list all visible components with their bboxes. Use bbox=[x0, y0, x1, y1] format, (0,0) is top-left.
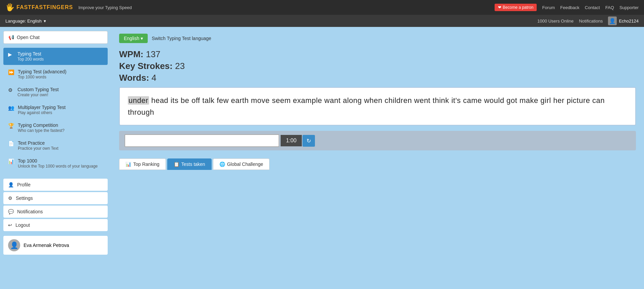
open-chat-button[interactable]: 📢 Open Chat bbox=[3, 31, 108, 44]
chat-btn-label: Open Chat bbox=[17, 35, 40, 40]
keystrokes-value: 23 bbox=[175, 61, 185, 71]
logo-icon: 🖐 bbox=[5, 3, 14, 12]
sidebar-bottom: 👤 Profile ⚙ Settings 💬 Notifications ↩ L… bbox=[3, 179, 108, 232]
sidebar: 📢 Open Chat ▶ Typing Test Top 200 words … bbox=[0, 27, 111, 289]
nav-forum[interactable]: Forum bbox=[542, 5, 555, 10]
refresh-icon: ↻ bbox=[307, 138, 311, 144]
language-button[interactable]: English ▾ bbox=[119, 34, 148, 43]
logo-text: FASTFASTFINGERS bbox=[16, 4, 73, 10]
wpm-value: 137 bbox=[146, 49, 160, 59]
tagline: Improve your Typing Speed bbox=[78, 5, 132, 10]
language-selector[interactable]: Language: English ▾ bbox=[5, 19, 46, 24]
settings-label: Settings bbox=[16, 195, 33, 201]
sidebar-item-logout[interactable]: ↩ Logout bbox=[3, 219, 108, 231]
sidebar-item-typing-test-advanced[interactable]: ⏩ Typing Test (advanced) Top 1000 words bbox=[3, 66, 108, 83]
lang-switch-text: Switch Typing Test language bbox=[152, 36, 211, 41]
user-card-name: Eva Armenak Petrova bbox=[24, 243, 69, 248]
notifications-icon: 💬 bbox=[8, 209, 14, 214]
sidebar-item-subtitle: Top 200 words bbox=[17, 57, 44, 62]
language-btn-label: English bbox=[124, 36, 139, 41]
patron-button[interactable]: ❤ Become a patron bbox=[495, 4, 537, 11]
logo[interactable]: 🖐 FASTFASTFINGERS bbox=[5, 3, 73, 12]
tests-icon: 📋 bbox=[174, 161, 179, 167]
tab-global-challenge[interactable]: 🌐 Global Challenge bbox=[213, 158, 270, 170]
fast-forward-icon: ⏩ bbox=[8, 69, 14, 75]
wpm-label: WPM: bbox=[119, 49, 143, 59]
gear-icon: ⚙ bbox=[8, 195, 12, 201]
bottom-tabs: 📊 Top Ranking 📋 Tests taken 🌐 Global Cha… bbox=[119, 158, 636, 170]
patron-icon: ❤ bbox=[498, 5, 501, 10]
sidebar-item-typing-competition[interactable]: 🏆 Typing Competition Who can type the fa… bbox=[3, 119, 108, 136]
nav-faq[interactable]: FAQ bbox=[605, 5, 614, 10]
input-row: 1:00 ↻ bbox=[119, 131, 636, 150]
sidebar-item-title: Typing Test bbox=[17, 51, 44, 57]
nav-contact[interactable]: Contact bbox=[585, 5, 600, 10]
trophy-icon: 🏆 bbox=[8, 123, 14, 129]
sidebar-item-settings[interactable]: ⚙ Settings bbox=[3, 192, 108, 204]
sidebar-item-title: Typing Test (advanced) bbox=[18, 69, 67, 74]
tab-tests-taken[interactable]: 📋 Tests taken bbox=[167, 158, 212, 170]
sidebar-item-subtitle: Who can type the fastest? bbox=[18, 128, 65, 133]
chart-icon: 📊 bbox=[8, 158, 14, 165]
sidebar-item-subtitle: Play against others bbox=[18, 110, 66, 115]
dropdown-arrow-icon: ▾ bbox=[44, 19, 46, 24]
top-nav: 🖐 FASTFASTFINGERS Improve your Typing Sp… bbox=[0, 0, 644, 15]
typing-text: head its be off talk few earth move seem… bbox=[128, 96, 605, 116]
sidebar-item-title: Top 1000 bbox=[18, 158, 98, 164]
sidebar-nav-section: ▶ Typing Test Top 200 words ⏩ Typing Tes… bbox=[3, 48, 108, 172]
wpm-stat: WPM: 137 bbox=[119, 49, 636, 60]
sidebar-item-title: Multiplayer Typing Test bbox=[18, 105, 66, 110]
sidebar-item-multiplayer-typing-test[interactable]: 👥 Multiplayer Typing Test Play against o… bbox=[3, 101, 108, 118]
sidebar-item-title: Text Practice bbox=[18, 140, 59, 146]
nav-links: Forum Feedback Contact FAQ Supporter bbox=[542, 5, 639, 10]
keystrokes-stat: Key Strokes: 23 bbox=[119, 61, 636, 71]
sidebar-item-subtitle: Unlock the Top 1000 words of your langua… bbox=[18, 164, 98, 169]
sidebar-item-top-1000[interactable]: 📊 Top 1000 Unlock the Top 1000 words of … bbox=[3, 155, 108, 172]
chevron-down-icon: ▾ bbox=[141, 36, 143, 41]
sidebar-item-subtitle: Top 1000 words bbox=[18, 75, 67, 79]
tab-top-ranking[interactable]: 📊 Top Ranking bbox=[119, 158, 166, 170]
nav-supporter[interactable]: Supporter bbox=[619, 5, 639, 10]
notifications-label: Notifications bbox=[17, 209, 43, 214]
profile-label: Profile bbox=[17, 182, 31, 187]
stats-section: WPM: 137 Key Strokes: 23 Words: 4 bbox=[119, 49, 636, 83]
sidebar-item-profile[interactable]: 👤 Profile bbox=[3, 179, 108, 191]
sidebar-item-typing-test[interactable]: ▶ Typing Test Top 200 words bbox=[3, 48, 108, 65]
second-nav: Language: English ▾ 1000 Users Online No… bbox=[0, 15, 644, 27]
patron-label: Become a patron bbox=[503, 5, 533, 10]
tab-tests-taken-label: Tests taken bbox=[181, 161, 205, 167]
users-icon: 👥 bbox=[8, 105, 14, 111]
keystrokes-label: Key Strokes: bbox=[119, 61, 173, 71]
users-online: 1000 Users Online bbox=[537, 19, 574, 24]
play-icon: ▶ bbox=[8, 51, 14, 58]
sidebar-item-subtitle: Practice your own Text bbox=[18, 146, 59, 151]
user-card-avatar: 👤 bbox=[8, 239, 20, 251]
words-value: 4 bbox=[151, 73, 156, 83]
sidebar-item-custom-typing-test[interactable]: ⚙ Custom Typing Test Create your own! bbox=[3, 83, 108, 101]
sidebar-item-title: Typing Competition bbox=[18, 122, 65, 128]
timer-display: 1:00 bbox=[281, 135, 302, 146]
ranking-icon: 📊 bbox=[126, 161, 131, 167]
profile-icon: 👤 bbox=[8, 182, 14, 187]
notifications-button[interactable]: Notifications bbox=[579, 19, 603, 24]
logout-label: Logout bbox=[15, 222, 30, 228]
main-layout: 📢 Open Chat ▶ Typing Test Top 200 words … bbox=[0, 27, 644, 289]
sidebar-item-notifications[interactable]: 💬 Notifications bbox=[3, 206, 108, 218]
sidebar-item-text-practice[interactable]: 📄 Text Practice Practice your own Text bbox=[3, 137, 108, 154]
words-stat: Words: 4 bbox=[119, 73, 636, 83]
user-card: 👤 Eva Armenak Petrova bbox=[3, 236, 108, 255]
document-icon: 📄 bbox=[8, 141, 14, 147]
words-label: Words: bbox=[119, 73, 149, 83]
username: Echo2124 bbox=[619, 19, 639, 24]
typing-input[interactable] bbox=[124, 134, 279, 147]
language-switch-bar: English ▾ Switch Typing Test language bbox=[119, 34, 636, 43]
nav-feedback[interactable]: Feedback bbox=[560, 5, 579, 10]
main-content: English ▾ Switch Typing Test language WP… bbox=[111, 27, 644, 289]
chat-icon: 📢 bbox=[8, 35, 14, 40]
tab-top-ranking-label: Top Ranking bbox=[133, 161, 159, 167]
user-badge[interactable]: 👤 Echo2124 bbox=[608, 16, 639, 25]
avatar: 👤 bbox=[608, 16, 617, 25]
highlight-word: under bbox=[128, 96, 149, 105]
refresh-button[interactable]: ↻ bbox=[302, 135, 315, 147]
language-label: Language: English bbox=[5, 19, 42, 24]
